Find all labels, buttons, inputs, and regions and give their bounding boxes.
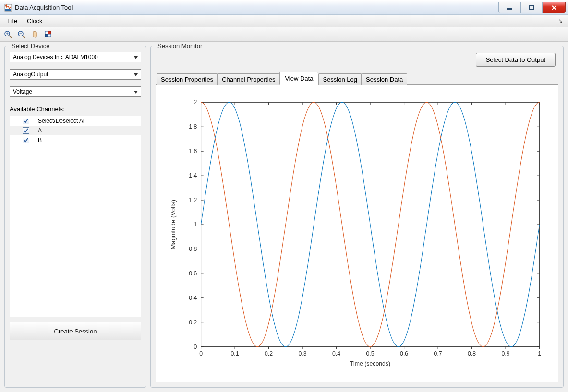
tab-channel-properties[interactable]: Channel Properties xyxy=(218,73,279,85)
svg-text:0.1: 0.1 xyxy=(231,350,239,357)
svg-text:1: 1 xyxy=(194,221,197,228)
session-monitor-legend: Session Monitor xyxy=(156,42,204,49)
svg-text:0.4: 0.4 xyxy=(332,350,340,357)
data-cursor-icon[interactable] xyxy=(44,30,53,39)
svg-text:1.4: 1.4 xyxy=(189,172,197,179)
available-channels-label: Available Channels: xyxy=(10,106,141,113)
channel-row-label: Select/Deselect All xyxy=(38,118,85,124)
titlebar: Data Acquisition Tool xyxy=(0,0,568,15)
channel-row-a[interactable]: A xyxy=(10,126,141,135)
tab-session-data[interactable]: Session Data xyxy=(362,73,407,85)
tab-session-log[interactable]: Session Log xyxy=(318,73,362,85)
svg-text:1.2: 1.2 xyxy=(189,197,197,203)
select-device-group: Select Device Analog Devices Inc. ADALM1… xyxy=(4,46,146,388)
svg-text:0.6: 0.6 xyxy=(400,350,408,357)
svg-text:0.3: 0.3 xyxy=(299,350,307,357)
chart: 00.10.20.30.40.50.60.70.80.9100.20.40.60… xyxy=(166,96,548,372)
channel-row-label: B xyxy=(38,137,42,143)
window-title: Data Acquisition Tool xyxy=(15,4,498,11)
menu-file[interactable]: File xyxy=(2,16,22,26)
toolbar xyxy=(0,27,568,42)
svg-text:0.9: 0.9 xyxy=(502,350,510,357)
svg-line-9 xyxy=(23,36,25,38)
channel-list: Select/Deselect All A B xyxy=(10,116,141,317)
minimize-button[interactable] xyxy=(498,2,520,13)
menu-clock[interactable]: Clock xyxy=(22,16,48,26)
svg-rect-14 xyxy=(48,34,51,37)
toolbar-overflow-icon[interactable]: ↘ xyxy=(558,18,563,24)
svg-rect-1 xyxy=(5,9,11,11)
svg-text:1: 1 xyxy=(538,350,541,357)
channel-row-all[interactable]: Select/Deselect All xyxy=(10,116,141,126)
svg-text:0.7: 0.7 xyxy=(434,350,442,357)
svg-text:Magnitude (Volts): Magnitude (Volts) xyxy=(169,200,177,249)
tab-row: Session Properties Channel Properties Vi… xyxy=(156,71,558,85)
svg-rect-12 xyxy=(48,31,51,34)
svg-text:0.6: 0.6 xyxy=(189,270,197,277)
svg-rect-13 xyxy=(45,34,48,37)
measure-combo[interactable]: Voltage xyxy=(10,86,141,97)
svg-rect-11 xyxy=(45,31,48,34)
svg-text:2: 2 xyxy=(194,99,197,106)
svg-line-5 xyxy=(9,36,12,38)
tab-session-properties[interactable]: Session Properties xyxy=(157,73,218,85)
svg-text:0: 0 xyxy=(199,350,203,357)
checkbox-all[interactable] xyxy=(23,118,29,124)
svg-text:0.8: 0.8 xyxy=(468,350,476,357)
pan-icon[interactable] xyxy=(30,30,40,39)
svg-text:0.5: 0.5 xyxy=(366,350,375,357)
app-window: Data Acquisition Tool File Clock ↘ xyxy=(0,0,568,392)
device-combo[interactable]: Analog Devices Inc. ADALM1000 xyxy=(10,52,141,62)
svg-text:0.2: 0.2 xyxy=(189,319,197,326)
svg-text:1.8: 1.8 xyxy=(189,123,197,130)
create-session-button[interactable]: Create Session xyxy=(10,322,141,340)
svg-text:0.2: 0.2 xyxy=(265,350,273,357)
mode-combo[interactable]: AnalogOutput xyxy=(10,69,141,80)
svg-text:0.4: 0.4 xyxy=(189,295,197,301)
app-icon xyxy=(4,4,12,12)
select-data-output-button[interactable]: Select Data to Output xyxy=(476,53,556,67)
tab-view-data[interactable]: View Data xyxy=(279,72,318,85)
select-device-legend: Select Device xyxy=(10,42,51,49)
svg-text:0.8: 0.8 xyxy=(189,246,197,252)
svg-text:Time (seconds): Time (seconds) xyxy=(350,360,390,367)
channel-row-b[interactable]: B xyxy=(10,135,141,145)
svg-text:0: 0 xyxy=(194,344,197,350)
checkbox-a[interactable] xyxy=(23,127,29,134)
checkbox-b[interactable] xyxy=(23,137,29,143)
tab-content: 00.10.20.30.40.50.60.70.80.9100.20.40.60… xyxy=(156,85,558,382)
channel-row-label: A xyxy=(38,127,42,134)
svg-rect-2 xyxy=(507,8,512,10)
svg-rect-3 xyxy=(529,5,534,10)
zoom-out-icon[interactable] xyxy=(17,30,26,39)
session-monitor-group: Session Monitor Select Data to Output Se… xyxy=(150,46,564,388)
menubar: File Clock ↘ xyxy=(0,15,568,27)
close-button[interactable] xyxy=(543,2,566,13)
svg-text:1.6: 1.6 xyxy=(189,148,197,154)
maximize-button[interactable] xyxy=(520,2,543,13)
zoom-in-icon[interactable] xyxy=(3,30,13,39)
